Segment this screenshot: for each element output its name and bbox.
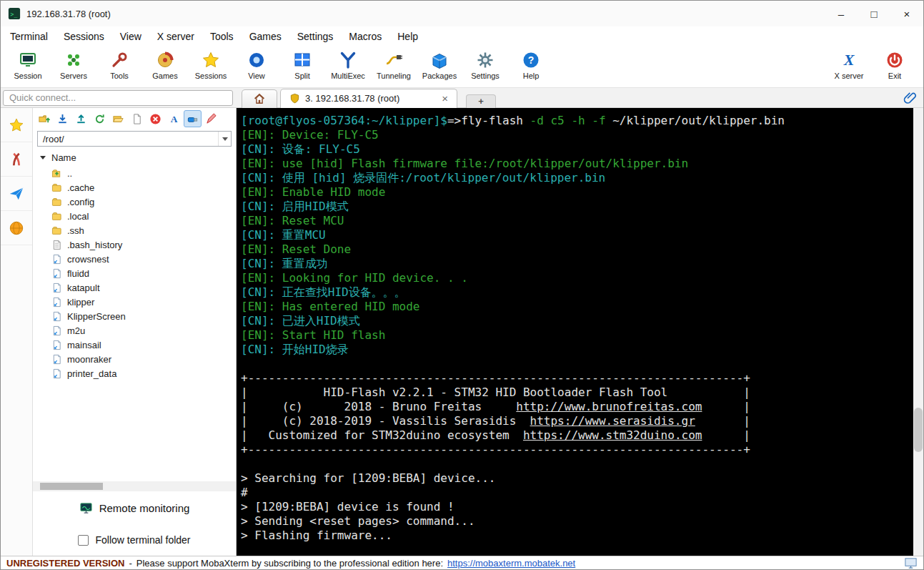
terminal-line: +---------------------------------------… xyxy=(241,371,909,385)
toolbar-split[interactable]: Split xyxy=(279,49,325,80)
terminal-text: | xyxy=(695,414,750,428)
follow-terminal-checkbox[interactable] xyxy=(78,535,89,546)
file-tree: ...cache.config.local.ssh.bash_historycr… xyxy=(33,164,236,481)
menu-x-server[interactable]: X server xyxy=(149,28,202,45)
terminal[interactable]: [root@flyos-057364:~/klipper]$=>fly-flas… xyxy=(237,108,923,556)
follow-terminal-row: Follow terminal folder xyxy=(33,524,236,556)
terminal-text: +---------------------------------------… xyxy=(241,371,750,385)
menu-tools[interactable]: Tools xyxy=(202,28,242,45)
tree-item-katapult[interactable]: katapult xyxy=(51,280,236,295)
horizontal-scrollbar[interactable] xyxy=(33,481,236,491)
active-session-tab[interactable]: 3. 192.168.31.78 (root) × xyxy=(280,89,457,108)
menu-macros[interactable]: Macros xyxy=(341,28,389,45)
tree-column-header[interactable]: Name xyxy=(33,150,236,164)
file-browser-panel: A /root/ Name ...cache.config.local.ssh.… xyxy=(33,108,237,556)
terminal-text: | Customized for STM32duino ecosystem xyxy=(241,428,523,442)
folder-icon xyxy=(51,225,62,236)
remote-monitoring-button[interactable]: Remote monitoring xyxy=(33,491,236,524)
refresh-button[interactable] xyxy=(91,110,109,127)
link-icon xyxy=(51,297,62,308)
toolbar-label: Settings xyxy=(471,72,500,80)
status-link[interactable]: https://mobaxterm.mobatek.net xyxy=(447,558,575,569)
toolbar-games[interactable]: Games xyxy=(142,49,188,80)
file-name: KlipperScreen xyxy=(67,311,126,322)
toolbar-sessions[interactable]: Sessions xyxy=(188,49,234,80)
path-dropdown-button[interactable] xyxy=(218,132,231,146)
toolbar-view[interactable]: View xyxy=(234,49,279,80)
download-button[interactable] xyxy=(54,110,71,127)
tree-item-klipper[interactable]: klipper xyxy=(51,295,236,309)
tree-item-printer-data[interactable]: printer_data xyxy=(51,366,236,380)
abort-button[interactable] xyxy=(146,110,164,127)
split-icon xyxy=(293,51,312,69)
maximize-button[interactable]: □ xyxy=(858,1,890,26)
file-name: klipper xyxy=(67,297,94,308)
edit-button[interactable] xyxy=(202,110,220,127)
terminal-line: [CN]: 重置MCU xyxy=(241,228,909,242)
open-folder-button[interactable] xyxy=(109,110,127,127)
home-tab[interactable] xyxy=(242,89,277,108)
menu-games[interactable]: Games xyxy=(242,28,289,45)
paperclip-icon[interactable] xyxy=(903,91,918,105)
tree-item-cache[interactable]: .cache xyxy=(51,180,236,195)
tree-item-klipperscreen[interactable]: KlipperScreen xyxy=(51,309,236,323)
new-file-button[interactable] xyxy=(128,110,146,127)
terminal-line: [CN]: 启用HID模式 xyxy=(241,200,909,214)
menu-sessions[interactable]: Sessions xyxy=(56,28,112,45)
terminal-link[interactable]: https://www.stm32duino.com xyxy=(523,428,702,442)
tree-item-local[interactable]: .local xyxy=(51,209,236,223)
toolbar-tunneling[interactable]: Tunneling xyxy=(371,49,417,80)
tree-item-bash-history[interactable]: .bash_history xyxy=(51,237,236,252)
parent-folder-button[interactable] xyxy=(35,110,53,127)
tree-item-config[interactable]: .config xyxy=(51,195,236,209)
menu-help[interactable]: Help xyxy=(389,28,426,45)
toolbar-multiexec[interactable]: MultiExec xyxy=(325,49,371,80)
toolbar-label: Games xyxy=(152,72,177,80)
toolbar-tools[interactable]: Tools xyxy=(96,49,142,80)
macros-panel-button[interactable] xyxy=(1,177,32,211)
menu-settings[interactable]: Settings xyxy=(289,28,342,45)
minimize-button[interactable]: – xyxy=(825,1,858,26)
close-button[interactable]: × xyxy=(890,1,923,26)
terminal-link[interactable]: https://www.serasidis.gr xyxy=(530,414,695,428)
monitor-icon xyxy=(79,501,93,515)
remote-monitoring-label: Remote monitoring xyxy=(99,502,190,514)
tab-close-icon[interactable]: × xyxy=(442,93,448,104)
tree-item-parent[interactable]: .. xyxy=(51,166,236,180)
toolbar-settings[interactable]: Settings xyxy=(462,49,508,80)
toolbar-label: Exit xyxy=(888,72,901,80)
terminal-line: [root@flyos-057364:~/klipper]$=>fly-flas… xyxy=(241,114,909,128)
toolbar-exit[interactable]: Exit xyxy=(872,49,918,80)
horizontal-scrollbar-thumb[interactable] xyxy=(40,483,103,490)
terminal-scrollbar-thumb[interactable] xyxy=(914,408,923,452)
toolbar-packages[interactable]: Packages xyxy=(417,49,462,80)
terminal-text: [CN]: 已进入HID模式 xyxy=(241,314,360,328)
tree-item-moonraker[interactable]: moonraker xyxy=(51,352,236,366)
network-panel-button[interactable] xyxy=(1,211,32,245)
tools-panel-button[interactable] xyxy=(1,142,32,177)
tree-item-ssh[interactable]: .ssh xyxy=(51,223,236,237)
toolbar-help[interactable]: ?Help xyxy=(508,49,554,80)
tree-item-crowsnest[interactable]: crowsnest xyxy=(51,252,236,266)
terminal-link[interactable]: http://www.brunofreitas.com xyxy=(516,400,702,413)
settings-icon xyxy=(476,51,495,69)
tree-item-fluidd[interactable]: fluidd xyxy=(51,266,236,280)
terminal-text: [CN]: 正在查找HID设备。。。 xyxy=(241,285,406,299)
menu-view[interactable]: View xyxy=(112,28,149,45)
sessions-panel-button[interactable] xyxy=(1,108,32,142)
tree-item-mainsail[interactable]: mainsail xyxy=(51,338,236,352)
toolbar-x-server[interactable]: XX server xyxy=(826,49,872,80)
file-name: .config xyxy=(67,197,94,207)
tree-item-m2u[interactable]: m2u xyxy=(51,323,236,338)
toolbar-servers[interactable]: Servers xyxy=(51,49,96,80)
upload-button[interactable] xyxy=(72,110,90,127)
toolbar-label: X server xyxy=(835,72,864,80)
new-tab-button[interactable]: + xyxy=(466,94,496,108)
toolbar-session[interactable]: Session xyxy=(5,49,51,80)
menu-terminal[interactable]: Terminal xyxy=(2,28,56,45)
terminal-scrollbar[interactable] xyxy=(913,108,923,556)
binary-mode-button[interactable] xyxy=(184,110,202,127)
ascii-mode-button[interactable]: A xyxy=(165,110,183,127)
quick-connect-input[interactable] xyxy=(3,90,233,106)
path-combobox[interactable]: /root/ xyxy=(37,131,232,147)
